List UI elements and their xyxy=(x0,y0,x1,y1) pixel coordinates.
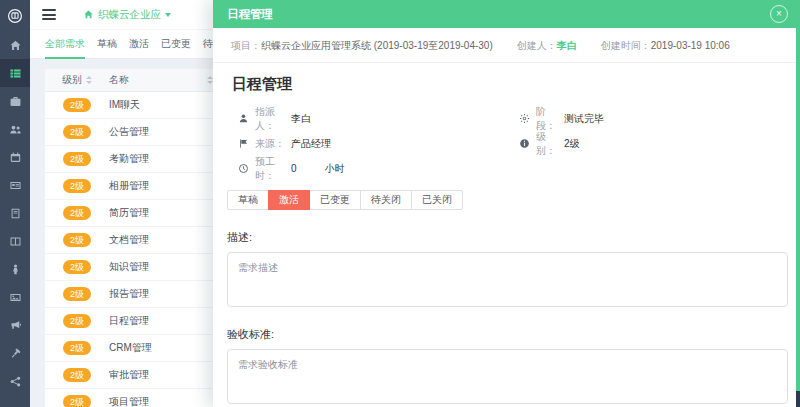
home-icon[interactable] xyxy=(0,31,30,59)
tab-activated[interactable]: 激活 xyxy=(129,30,149,58)
status-button[interactable]: 已关闭 xyxy=(411,190,463,210)
info-icon xyxy=(519,138,530,149)
flag-icon xyxy=(238,138,249,149)
description-label: 描述: xyxy=(227,230,788,245)
row-name: 项目管理 xyxy=(109,395,149,407)
icon-sidebar xyxy=(0,0,30,407)
meta-creator: 创建人：李白 xyxy=(517,39,577,53)
description-box: 需求描述 xyxy=(227,252,788,307)
row-name: CRM管理 xyxy=(109,341,152,355)
row-name: 文档管理 xyxy=(109,233,149,247)
sort-control[interactable] xyxy=(86,76,92,84)
logo-icon[interactable] xyxy=(0,1,30,31)
status-button[interactable]: 激活 xyxy=(268,190,310,210)
column-header-level: 级别 xyxy=(45,73,109,87)
list-icon[interactable] xyxy=(0,59,30,87)
acceptance-box: 需求验收标准 xyxy=(227,349,788,404)
hamburger-menu-icon[interactable] xyxy=(39,5,59,24)
level-badge: 2级 xyxy=(63,341,91,355)
page-title: 日程管理 xyxy=(232,75,788,94)
drawer-meta: 项目：织蝶云企业应用管理系统 (2019-03-19至2019-04-30) 创… xyxy=(213,28,800,63)
calendar-icon[interactable] xyxy=(0,143,30,171)
clock-icon xyxy=(238,163,249,174)
level-badge: 2级 xyxy=(63,152,91,166)
gear-icon xyxy=(519,113,530,124)
row-name: 知识管理 xyxy=(109,260,149,274)
level-badge: 2级 xyxy=(63,395,91,407)
row-name: IM聊天 xyxy=(109,98,140,112)
field-stage: 阶段： 测试完毕 xyxy=(519,105,788,133)
tab-changed[interactable]: 已变更 xyxy=(161,30,191,58)
home-icon xyxy=(83,9,94,20)
level-badge: 2级 xyxy=(63,260,91,274)
acceptance-label: 验收标准: xyxy=(227,327,788,342)
drawer-scrollbar xyxy=(796,0,800,407)
tab-all-requirements[interactable]: 全部需求 xyxy=(45,30,85,58)
notebook-icon[interactable] xyxy=(0,199,30,227)
image-icon[interactable] xyxy=(0,283,30,311)
card-icon[interactable] xyxy=(0,171,30,199)
meta-created-time: 创建时间：2019-03-19 10:06 xyxy=(601,39,730,53)
status-button[interactable]: 草稿 xyxy=(227,190,269,210)
level-badge: 2级 xyxy=(63,314,91,328)
row-name: 公告管理 xyxy=(109,125,149,139)
columns-icon[interactable] xyxy=(0,227,30,255)
share-icon[interactable] xyxy=(0,367,30,395)
row-name: 考勤管理 xyxy=(109,152,149,166)
gavel-icon[interactable] xyxy=(0,339,30,367)
briefcase-icon[interactable] xyxy=(0,87,30,115)
field-source: 来源： 产品经理 xyxy=(238,137,519,151)
column-header-name: 名称 xyxy=(109,73,213,87)
level-badge: 2级 xyxy=(63,125,91,139)
member-icon[interactable] xyxy=(0,255,30,283)
close-icon[interactable]: × xyxy=(770,5,788,23)
status-button[interactable]: 待关闭 xyxy=(360,190,412,210)
detail-drawer: 日程管理 × 项目：织蝶云企业应用管理系统 (2019-03-19至2019-0… xyxy=(213,0,800,407)
row-name: 审批管理 xyxy=(109,368,149,382)
level-badge: 2级 xyxy=(63,287,91,301)
meta-project: 项目：织蝶云企业应用管理系统 (2019-03-19至2019-04-30) xyxy=(231,39,493,53)
status-button[interactable]: 已变更 xyxy=(309,190,361,210)
level-badge: 2级 xyxy=(63,233,91,247)
field-level: 级别： 2级 xyxy=(519,130,788,158)
tab-draft[interactable]: 草稿 xyxy=(97,30,117,58)
megaphone-icon[interactable] xyxy=(0,311,30,339)
drawer-header: 日程管理 × xyxy=(213,0,800,28)
row-name: 报告管理 xyxy=(109,287,149,301)
row-name: 简历管理 xyxy=(109,206,149,220)
scrollbar-thumb[interactable] xyxy=(796,391,800,407)
creator-link[interactable]: 李白 xyxy=(557,40,577,51)
field-estimated-hours: 预工时： 0 小时 xyxy=(238,155,519,183)
level-badge: 2级 xyxy=(63,179,91,193)
level-badge: 2级 xyxy=(63,206,91,220)
hours-unit: 小时 xyxy=(325,162,345,176)
team-icon[interactable] xyxy=(0,115,30,143)
level-badge: 2级 xyxy=(63,368,91,382)
status-button-group: 草稿激活已变更待关闭已关闭 xyxy=(227,190,788,210)
row-name: 日程管理 xyxy=(109,314,149,328)
level-badge: 2级 xyxy=(63,98,91,112)
chevron-down-icon xyxy=(165,13,171,17)
drawer-body: 日程管理 指派人： 李白 阶段： 测试完毕 xyxy=(213,63,800,407)
app-name: 织蝶云企业应 xyxy=(98,8,161,22)
app-switcher[interactable]: 织蝶云企业应 xyxy=(83,8,171,22)
row-name: 相册管理 xyxy=(109,179,149,193)
field-assignee: 指派人： 李白 xyxy=(238,105,519,133)
detail-fields: 指派人： 李白 阶段： 测试完毕 来源： 产品经理 xyxy=(238,106,788,181)
drawer-title: 日程管理 xyxy=(227,7,273,22)
user-icon xyxy=(238,113,249,124)
app-window: 织蝶云企业应 看板 全部需求 草稿 激活 已变更 待关闭 级别 名称 xyxy=(0,0,800,407)
